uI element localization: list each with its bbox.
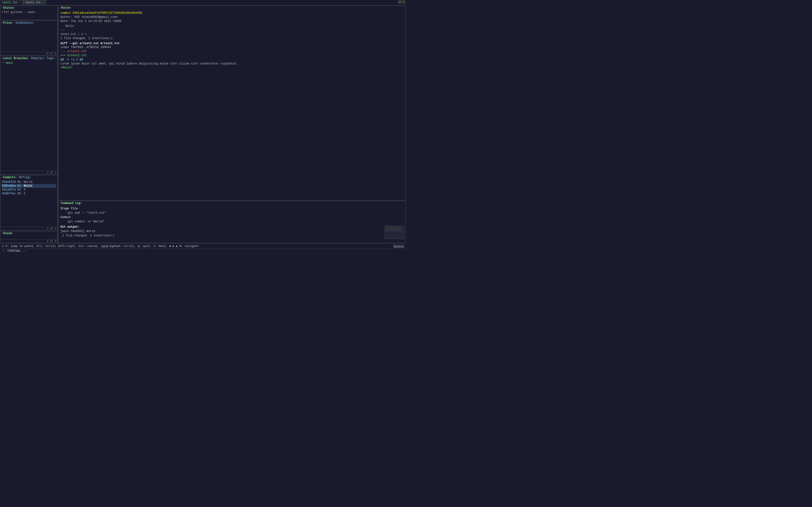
content-area: ─Status─ r?i? gittest → main ─Files─ Sub… <box>0 5 406 243</box>
patch-change-stat: 1 file changed, 1 insertion(+) <box>60 37 404 41</box>
patch-plus-file: +++ b/test1.txt <box>60 54 404 58</box>
status-header: ─Status─ <box>0 6 57 10</box>
commit-row-1[interactable]: 58a66529 KU World <box>1 180 56 184</box>
patch-hunk: @@ -1 +1,2 @@ <box>60 58 404 62</box>
left-panel: ─Status─ r?i? gittest → main ─Files─ Sub… <box>0 5 58 243</box>
status-title: Status <box>3 6 13 10</box>
cmdlog-content: Stage file git add -- "test2.txt" Commit… <box>58 206 406 243</box>
tags-link[interactable]: Tags <box>47 57 54 60</box>
status-row: r?i? gittest → main <box>2 11 56 14</box>
win-btn-close[interactable]: ✕ <box>402 0 405 3</box>
minimap-line <box>386 231 402 231</box>
cmdlog-header: ─Command Log─ <box>58 201 406 206</box>
branch-main-label: * main <box>2 61 13 65</box>
stash-content <box>0 236 57 239</box>
commit-msg-2: Hello <box>24 184 33 187</box>
status-text: r?i? gittest → main <box>2 11 35 14</box>
commits-section: ─Commits─ Reflog─ 58a66529 KU World 5381… <box>0 175 57 231</box>
patch-added: +Hello! <box>60 66 404 70</box>
cmdlog-line-1: Stage file <box>60 207 404 211</box>
files-header: ─Files─ Submodules─ <box>0 21 57 25</box>
commit-row-2[interactable]: 5381a9ce KU Hello <box>1 184 56 188</box>
status-content: r?i? gittest → main <box>0 10 57 14</box>
window-controls: ◑ ✕ <box>398 0 405 3</box>
patch-minus-file: --- a/test1.txt <box>60 50 404 54</box>
patch-date: Date: Thu Jun 2 14:33:01 2022 +0900 <box>60 19 404 23</box>
stash-title: Stash <box>3 232 12 235</box>
commit-msg-3: 2 <box>24 188 26 191</box>
reflog-link[interactable]: Reflog <box>19 176 29 179</box>
cmdlog-line-3: Commit <box>60 215 404 219</box>
app-container: test1.txt ✕ test2.txt ✕ ◑ ✕ ─Status─ r?i… <box>0 0 406 253</box>
commit-author-2: KU <box>17 184 22 187</box>
minimap <box>385 226 404 239</box>
terminal-bar: -- TERMINAL -- <box>0 249 406 253</box>
commit-hash-4: 6d9bf4ec <box>2 192 16 195</box>
branch-main[interactable]: * main <box>1 61 56 65</box>
right-panel: ─Patch─ commit 5381a9cea3eedfc070657d271… <box>58 5 406 243</box>
commits-footer: 2 of 4 <box>0 227 57 230</box>
commit-author-1: KU <box>17 180 22 184</box>
submodules-link[interactable]: Submodules <box>15 21 33 24</box>
files-footer: 0 of 0 <box>0 52 57 55</box>
win-btn-theme[interactable]: ◑ <box>398 0 401 3</box>
commit-author-4: KU <box>17 192 22 195</box>
keybindings-text: 1-5: jump to panel, H/L: scroll left/rig… <box>2 244 199 248</box>
cmdlog-output-2: 1 file changed, 1 insertion(+) <box>60 233 404 238</box>
commits-content: 58a66529 KU World 5381a9ce KU Hello 40ca… <box>0 180 57 227</box>
patch-section: ─Patch─ commit 5381a9cea3eedfc070657d271… <box>58 6 406 201</box>
commit-hash-3: 40ca087a <box>2 188 16 191</box>
branches-header: ─Local Branches─ Remotes─ Tags─ <box>0 56 57 61</box>
patch-commit-hash: commit 5381a9cea3eedfc070657d27189206a58… <box>60 11 404 15</box>
commits-title: Commits <box>3 176 15 179</box>
minimap-line <box>386 230 402 230</box>
commit-row-3[interactable]: 40ca087a KU 2 <box>1 188 56 192</box>
cmdlog-line-2: git add -- "test2.txt" <box>60 211 404 215</box>
status-bar: 1-5: jump to panel, H/L: scroll left/rig… <box>0 243 406 249</box>
patch-file-stat: test1.txt | 1 + <box>60 32 404 37</box>
cmdlog-output-label: Git output: <box>60 225 404 229</box>
tab2-filename: test2.txt <box>25 1 41 4</box>
commit-hash-2: 5381a9ce <box>2 184 16 187</box>
remotes-link[interactable]: Remotes <box>31 57 43 60</box>
branches-content: * main <box>0 61 57 171</box>
minimap-line <box>386 228 402 228</box>
commit-msg-4: 1 <box>24 192 26 195</box>
patch-separator: --- <box>60 28 404 32</box>
status-section: ─Status─ r?i? gittest → main <box>0 6 57 20</box>
commits-header: ─Commits─ Reflog─ <box>0 175 57 180</box>
cmdlog-section: ─Command Log─ Stage file git add -- "tes… <box>58 201 406 243</box>
patch-header: ─Patch─ <box>58 6 406 10</box>
patch-diff-header: diff --git a/test1.txt b/test1.txt <box>60 42 404 46</box>
cmdlog-line-4: git commit -m "World" <box>60 219 404 224</box>
tab-test2[interactable]: test2.txt ✕ <box>23 0 46 5</box>
branches-section: ─Local Branches─ Remotes─ Tags─ * main 1… <box>0 56 57 175</box>
patch-author: Author: KUD <kimud6003@gmail.com> <box>60 15 404 19</box>
minimap-content <box>385 226 404 239</box>
donate-button[interactable]: Donate <box>394 244 404 248</box>
tab2-close[interactable]: ✕ <box>42 1 44 4</box>
minimap-line <box>386 228 402 228</box>
stash-footer: 0 of 0 <box>0 239 57 243</box>
patch-index: index fe6f9d3..4f0015d 100644 <box>60 45 404 50</box>
patch-context: Lorem ipsum dolor sit amet, qui minim la… <box>60 62 404 66</box>
stash-header: ─Stash─ <box>0 231 57 236</box>
terminal-label-text: -- TERMINAL -- <box>2 249 27 253</box>
patch-title: Patch <box>61 6 70 10</box>
commit-hash-1: 58a66529 <box>2 180 16 184</box>
files-title: Files <box>3 21 12 24</box>
patch-content: commit 5381a9cea3eedfc070657d27189206a58… <box>58 10 406 200</box>
tab1-filename: test1.txt <box>2 1 18 4</box>
branches-title: Local Branches <box>3 57 28 60</box>
commit-row-4[interactable]: 6d9bf4ec KU 1 <box>1 192 56 195</box>
commit-msg-1: World <box>24 180 33 184</box>
cmdlog-title: Command Log <box>61 202 80 205</box>
tab-test1[interactable]: test1.txt ✕ <box>0 0 23 5</box>
files-content <box>0 25 57 52</box>
stash-section: ─Stash─ 0 of 0 <box>0 231 57 243</box>
minimap-line <box>386 229 402 229</box>
commit-author-3: KU <box>17 188 22 191</box>
minimap-line <box>386 229 402 229</box>
tab1-close[interactable]: ✕ <box>19 1 21 4</box>
patch-hello: Hello <box>60 24 404 28</box>
